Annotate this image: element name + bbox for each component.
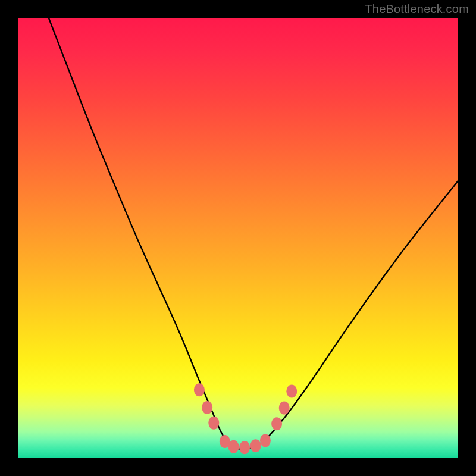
curve-marker — [260, 434, 271, 447]
plot-area — [18, 18, 458, 458]
curve-marker — [279, 402, 290, 415]
chart-frame: TheBottleneck.com — [0, 0, 476, 476]
curve-marker — [250, 439, 261, 452]
bottleneck-curve — [49, 18, 458, 449]
curve-layer — [18, 18, 458, 458]
curve-marker — [271, 417, 282, 430]
watermark-text: TheBottleneck.com — [365, 2, 469, 16]
curve-marker — [239, 441, 250, 454]
marker-group — [194, 383, 297, 454]
curve-marker — [208, 416, 219, 430]
curve-marker — [286, 385, 297, 398]
curve-marker — [202, 401, 212, 414]
curve-marker — [228, 440, 239, 453]
curve-marker — [194, 383, 205, 396]
